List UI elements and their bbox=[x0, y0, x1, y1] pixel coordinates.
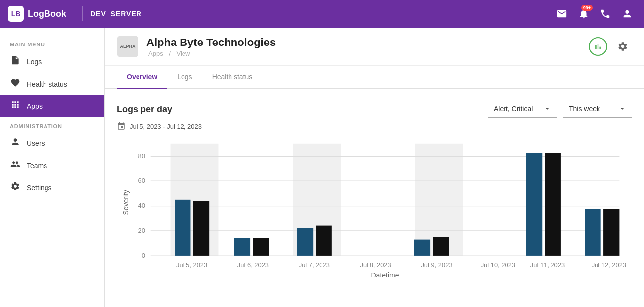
sidebar: MAIN MENU Logs Health status Apps ADMINI… bbox=[0, 28, 105, 307]
chart-date-range: Jul 5, 2023 - Jul 12, 2023 bbox=[117, 122, 632, 131]
chart-header: Logs per day Alert, Critical This week bbox=[117, 101, 632, 118]
bar-jul7-blue bbox=[297, 228, 313, 256]
y-label-0: 0 bbox=[142, 252, 145, 259]
tab-logs[interactable]: Logs bbox=[167, 66, 202, 89]
x-label-jul12: Jul 12, 2023 bbox=[592, 262, 626, 269]
chart-container: 0 20 40 60 80 Severity bbox=[117, 138, 632, 277]
tab-health-status[interactable]: Health status bbox=[202, 66, 263, 89]
health-icon bbox=[10, 78, 21, 90]
x-label-jul8: Jul 8, 2023 bbox=[360, 262, 391, 269]
x-label-jul5: Jul 5, 2023 bbox=[176, 262, 207, 269]
chart-area: Logs per day Alert, Critical This week J… bbox=[105, 89, 644, 289]
date-range-text: Jul 5, 2023 - Jul 12, 2023 bbox=[130, 123, 202, 130]
main-content: ALPHA Alpha Byte Technologies Apps / Vie… bbox=[105, 28, 644, 307]
user-icon bbox=[622, 8, 633, 19]
period-dropdown[interactable]: This week bbox=[563, 101, 632, 118]
bar-jul6-blue bbox=[234, 238, 250, 256]
sidebar-item-teams[interactable]: Teams bbox=[0, 154, 104, 176]
breadcrumb-view[interactable]: View bbox=[177, 50, 190, 57]
x-label-jul11: Jul 11, 2023 bbox=[530, 262, 565, 269]
sidebar-item-logs[interactable]: Logs bbox=[0, 50, 104, 73]
app-title-bar: ALPHA Alpha Byte Technologies Apps / Vie… bbox=[105, 28, 644, 66]
logo[interactable]: LB LogBook bbox=[8, 6, 66, 22]
apps-icon bbox=[10, 100, 21, 112]
bar-jul5-blue bbox=[175, 200, 190, 256]
bar-jul9-black bbox=[433, 237, 449, 256]
bar-jul11-blue bbox=[526, 153, 542, 256]
sidebar-item-logs-label: Logs bbox=[27, 58, 42, 66]
sidebar-item-health-label: Health status bbox=[27, 80, 67, 88]
breadcrumb-sep: / bbox=[169, 50, 171, 57]
user-icon-btn[interactable] bbox=[618, 5, 636, 23]
sidebar-item-settings-label: Settings bbox=[27, 184, 52, 192]
app-logo: ALPHA bbox=[117, 36, 138, 57]
chart-controls: Alert, Critical This week bbox=[488, 101, 632, 118]
app-info: ALPHA Alpha Byte Technologies Apps / Vie… bbox=[117, 36, 276, 57]
gear-icon bbox=[617, 41, 628, 52]
app-name: LogBook bbox=[28, 9, 66, 19]
sidebar-item-health[interactable]: Health status bbox=[0, 73, 104, 95]
chevron-down-icon bbox=[543, 105, 551, 113]
sidebar-item-settings[interactable]: Settings bbox=[0, 176, 104, 199]
logo-icon: LB bbox=[8, 6, 24, 22]
notification-icon-btn[interactable]: 99+ bbox=[575, 5, 593, 23]
bar-jul12-black bbox=[603, 209, 619, 256]
bar-jul6-black bbox=[253, 238, 269, 256]
sidebar-item-apps[interactable]: Apps bbox=[0, 95, 104, 117]
teams-icon bbox=[10, 159, 21, 172]
sidebar-item-users-label: Users bbox=[27, 139, 45, 147]
phone-icon bbox=[600, 8, 611, 19]
phone-icon-btn[interactable] bbox=[597, 5, 614, 23]
message-icon-btn[interactable] bbox=[553, 5, 571, 23]
y-axis-title: Severity bbox=[122, 190, 130, 215]
settings-icon bbox=[10, 181, 21, 194]
main-menu-label: MAIN MENU bbox=[0, 36, 104, 50]
x-label-jul7: Jul 7, 2023 bbox=[299, 262, 330, 269]
bar-jul9-blue bbox=[414, 240, 430, 256]
chevron-down-icon-2 bbox=[618, 105, 626, 113]
sidebar-item-users[interactable]: Users bbox=[0, 132, 104, 154]
tab-bar: Overview Logs Health status bbox=[105, 66, 644, 89]
y-label-80: 80 bbox=[138, 152, 145, 160]
bar-jul12-blue bbox=[585, 209, 600, 256]
x-label-jul10: Jul 10, 2023 bbox=[481, 262, 515, 269]
x-label-jul6: Jul 6, 2023 bbox=[237, 262, 269, 269]
calendar-icon bbox=[117, 122, 126, 131]
filter-label: Alert, Critical bbox=[494, 105, 533, 113]
sidebar-item-apps-label: Apps bbox=[27, 102, 43, 110]
bar-chart-icon bbox=[593, 42, 603, 51]
message-icon bbox=[556, 8, 567, 19]
bar-jul5-black bbox=[193, 201, 209, 256]
admin-label: ADMINISTRATION bbox=[0, 117, 104, 132]
breadcrumb-apps[interactable]: Apps bbox=[148, 50, 163, 57]
x-axis-title: Datetime bbox=[371, 271, 399, 277]
app-header: LB LogBook DEV_SERVER 99+ bbox=[0, 0, 644, 28]
y-label-40: 40 bbox=[138, 202, 145, 209]
app-title: Alpha Byte Technologies bbox=[146, 36, 276, 49]
logs-icon bbox=[10, 55, 21, 68]
period-label: This week bbox=[569, 105, 600, 113]
bar-jul7-black bbox=[316, 226, 332, 256]
body-layout: MAIN MENU Logs Health status Apps ADMINI… bbox=[0, 28, 644, 307]
y-label-60: 60 bbox=[138, 177, 145, 184]
filter-dropdown[interactable]: Alert, Critical bbox=[488, 101, 557, 118]
chart-title: Logs per day bbox=[117, 104, 172, 115]
app-actions bbox=[589, 37, 632, 56]
header-divider bbox=[82, 6, 83, 21]
bar-jul11-black bbox=[545, 153, 561, 256]
tab-overview[interactable]: Overview bbox=[117, 66, 167, 89]
chart-view-button[interactable] bbox=[589, 37, 607, 56]
notification-badge: 99+ bbox=[581, 5, 593, 11]
x-label-jul9: Jul 9, 2023 bbox=[421, 262, 452, 269]
app-name-block: Alpha Byte Technologies Apps / View bbox=[146, 36, 276, 57]
breadcrumb: Apps / View bbox=[146, 50, 276, 57]
header-icons: 99+ bbox=[553, 5, 636, 23]
y-label-20: 20 bbox=[138, 227, 145, 234]
bar-chart-svg: 0 20 40 60 80 Severity bbox=[117, 138, 632, 277]
settings-button[interactable] bbox=[613, 37, 632, 56]
users-icon bbox=[10, 137, 21, 149]
app-logo-text: ALPHA bbox=[120, 44, 136, 49]
sidebar-item-teams-label: Teams bbox=[27, 162, 47, 170]
server-name: DEV_SERVER bbox=[91, 10, 142, 18]
